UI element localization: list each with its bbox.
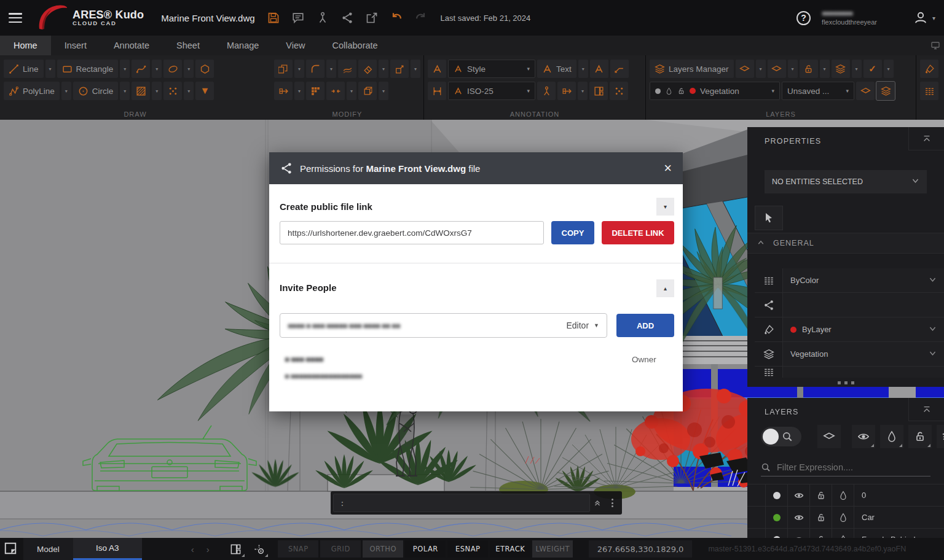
invite-collapse-button[interactable]: ▴ — [656, 279, 674, 297]
rectangle-button[interactable]: Rectangle — [57, 60, 119, 78]
erase-dropdown-icon[interactable]: ▾ — [379, 60, 388, 78]
layer-color-swatch[interactable] — [773, 514, 781, 521]
text-style-select[interactable]: Style▾ — [448, 60, 535, 78]
share-icon[interactable] — [341, 12, 353, 24]
edit-annotation-button[interactable] — [590, 60, 608, 78]
file-name[interactable]: Marine Front View.dwg — [161, 13, 254, 23]
model-tab[interactable]: Model — [23, 538, 73, 560]
polyline-dropdown-icon[interactable]: ▾ — [61, 82, 71, 100]
close-icon[interactable]: × — [664, 161, 672, 175]
layer-state-save-button[interactable] — [856, 82, 875, 100]
copy-button[interactable]: COPY — [551, 221, 594, 244]
toggle-etrack[interactable]: ETRACK — [490, 540, 530, 558]
line-button[interactable]: Line — [4, 60, 44, 78]
isolate-entities-icon[interactable] — [250, 540, 269, 558]
toggle-snap[interactable]: SNAP — [278, 540, 318, 558]
eye-icon[interactable] — [788, 507, 810, 528]
public-link-collapse-button[interactable]: ▾ — [656, 198, 674, 216]
toggle-ortho[interactable]: ORTHO — [363, 540, 403, 558]
help-button[interactable]: ? — [796, 11, 811, 25]
leader-button[interactable] — [610, 60, 629, 78]
save-icon[interactable] — [267, 12, 280, 24]
layer-on-button[interactable] — [736, 60, 754, 78]
eye-icon[interactable] — [788, 484, 810, 506]
dim-linear-button[interactable] — [537, 82, 556, 100]
dim-style-select[interactable]: ISO-25▾ — [448, 82, 535, 100]
comments-icon[interactable] — [292, 12, 304, 24]
dim-node-button[interactable] — [610, 82, 628, 100]
sheet-options-icon[interactable] — [4, 542, 18, 556]
explode-dropdown-icon[interactable]: ▾ — [379, 82, 388, 100]
layer-apply-dropdown-icon[interactable]: ▾ — [884, 60, 894, 78]
dimension-button[interactable] — [428, 82, 446, 100]
text-button[interactable]: Text — [537, 60, 576, 78]
command-expand-icon[interactable] — [590, 494, 605, 512]
tab-sheet[interactable]: Sheet — [163, 36, 213, 55]
ellipse-button[interactable] — [163, 60, 182, 78]
toggle-grid[interactable]: GRID — [320, 540, 361, 558]
main-menu-icon[interactable] — [9, 13, 22, 23]
fillet-button[interactable] — [306, 60, 324, 78]
redo-icon[interactable] — [415, 12, 427, 24]
fillet-dropdown-icon[interactable]: ▾ — [326, 60, 336, 78]
pull-button[interactable] — [390, 60, 409, 78]
stretch-button[interactable] — [274, 82, 293, 100]
dim-align-button[interactable] — [557, 82, 576, 100]
spline-button[interactable] — [132, 60, 150, 78]
export-icon[interactable] — [366, 12, 378, 24]
hatch-dropdown-icon[interactable]: ▾ — [152, 82, 162, 100]
layer-state-select[interactable]: Unsaved ...▾ — [782, 82, 854, 100]
layer-color-swatch[interactable] — [773, 492, 781, 499]
dim-baseline-button[interactable] — [589, 82, 608, 100]
command-menu-icon[interactable] — [605, 494, 620, 512]
unlock-icon[interactable] — [810, 507, 832, 528]
polyline-button[interactable]: PolyLine — [4, 82, 60, 100]
toggle-esnap[interactable]: ESNAP — [447, 540, 488, 558]
new-layer-button[interactable] — [817, 425, 841, 448]
layer-name[interactable]: Car — [854, 507, 944, 528]
undo-icon[interactable] — [390, 12, 403, 24]
pull-dropdown-icon[interactable]: ▾ — [411, 60, 420, 78]
unlock-icon[interactable] — [810, 484, 832, 506]
lineweight-select[interactable]: ByColor — [783, 268, 944, 292]
toggle-polar[interactable]: POLAR — [405, 540, 446, 558]
select-entities-button[interactable] — [755, 206, 783, 230]
sheet-layout-icon[interactable] — [227, 540, 245, 558]
copy-button[interactable] — [274, 60, 293, 78]
explode-button[interactable] — [358, 82, 377, 100]
entity-selector[interactable]: NO ENTITIES SELECTED — [765, 170, 927, 193]
layer-row-0[interactable]: 0 — [747, 484, 944, 506]
layer-freeze-dropdown-icon[interactable]: ▾ — [788, 60, 798, 78]
layer-select[interactable]: Vegetation — [783, 342, 944, 366]
layer-lock-all-button[interactable] — [908, 425, 932, 448]
layer-freeze-button[interactable] — [768, 60, 786, 78]
layer-on-dropdown-icon[interactable]: ▾ — [756, 60, 766, 78]
sheet-tab-iso-a3[interactable]: Iso A3 — [73, 538, 142, 560]
toggle-lweight[interactable]: LWEIGHT — [532, 540, 573, 558]
tab-annotate[interactable]: Annotate — [100, 36, 163, 55]
account-chevron-icon[interactable]: ▾ — [932, 15, 935, 21]
polygon-button[interactable] — [195, 60, 214, 78]
panel-resize-handle[interactable] — [747, 381, 944, 384]
revcloud-button[interactable]: ▼ — [195, 82, 214, 100]
circle-button[interactable]: Circle — [73, 82, 119, 100]
layer-visibility-button[interactable] — [852, 425, 875, 448]
spline-dropdown-icon[interactable]: ▾ — [152, 60, 162, 78]
tab-view[interactable]: View — [272, 36, 318, 55]
circle-dropdown-icon[interactable]: ▾ — [120, 82, 130, 100]
command-input[interactable]: : — [333, 494, 590, 512]
account-icon[interactable] — [914, 11, 927, 25]
tab-insert[interactable]: Insert — [51, 36, 100, 55]
layer-lock-button[interactable] — [800, 60, 818, 78]
layers-panel-toggle-button[interactable] — [876, 82, 895, 100]
next-sheet-icon[interactable]: › — [200, 544, 216, 554]
text-dropdown-icon[interactable]: ▾ — [578, 60, 588, 78]
text-style-button[interactable] — [428, 60, 446, 78]
linetype-select[interactable] — [783, 293, 944, 317]
delete-link-button[interactable]: DELETE LINK — [602, 221, 674, 244]
layer-freeze-all-button[interactable] — [880, 425, 903, 448]
linetype-ribbon-button[interactable] — [920, 82, 938, 100]
line-dropdown-icon[interactable]: ▾ — [45, 60, 55, 78]
rectangle-dropdown-icon[interactable]: ▾ — [120, 60, 130, 78]
erase-button[interactable] — [358, 60, 377, 78]
